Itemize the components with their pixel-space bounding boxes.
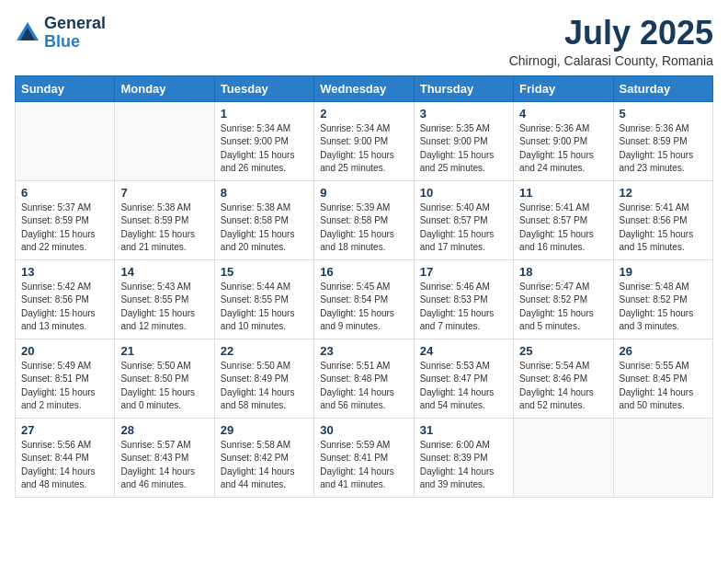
week-row-1: 1Sunrise: 5:34 AM Sunset: 9:00 PM Daylig…	[16, 101, 713, 180]
day-cell-3-3: 23Sunrise: 5:51 AM Sunset: 8:48 PM Dayli…	[314, 339, 414, 418]
logo-text: General Blue	[44, 15, 106, 52]
day-cell-0-4: 3Sunrise: 5:35 AM Sunset: 9:00 PM Daylig…	[414, 101, 513, 180]
day-cell-0-3: 2Sunrise: 5:34 AM Sunset: 9:00 PM Daylig…	[314, 101, 414, 180]
day-info: Sunrise: 5:43 AM Sunset: 8:55 PM Dayligh…	[120, 281, 208, 334]
day-number: 12	[620, 186, 707, 200]
day-cell-1-6: 12Sunrise: 5:41 AM Sunset: 8:56 PM Dayli…	[613, 180, 712, 259]
col-saturday: Saturday	[613, 75, 712, 101]
title-area: July 2025 Chirnogi, Calarasi County, Rom…	[509, 15, 713, 68]
day-number: 4	[519, 107, 607, 121]
day-number: 6	[21, 186, 108, 200]
day-number: 25	[519, 344, 607, 358]
day-cell-2-4: 17Sunrise: 5:46 AM Sunset: 8:53 PM Dayli…	[414, 259, 513, 339]
day-info: Sunrise: 5:38 AM Sunset: 8:59 PM Dayligh…	[120, 201, 208, 255]
day-cell-0-2: 1Sunrise: 5:34 AM Sunset: 9:00 PM Daylig…	[214, 101, 313, 180]
day-cell-4-5	[514, 418, 613, 497]
day-number: 18	[519, 265, 607, 279]
day-cell-1-1: 7Sunrise: 5:38 AM Sunset: 8:59 PM Daylig…	[115, 180, 214, 259]
day-cell-3-5: 25Sunrise: 5:54 AM Sunset: 8:46 PM Dayli…	[514, 339, 613, 418]
day-info: Sunrise: 5:53 AM Sunset: 8:47 PM Dayligh…	[420, 360, 507, 413]
day-info: Sunrise: 5:49 AM Sunset: 8:51 PM Dayligh…	[21, 360, 108, 413]
week-row-2: 6Sunrise: 5:37 AM Sunset: 8:59 PM Daylig…	[16, 180, 713, 259]
day-info: Sunrise: 5:50 AM Sunset: 8:50 PM Dayligh…	[120, 360, 208, 413]
calendar-table: Sunday Monday Tuesday Wednesday Thursday…	[15, 75, 713, 498]
day-info: Sunrise: 5:56 AM Sunset: 8:44 PM Dayligh…	[21, 439, 108, 492]
day-info: Sunrise: 5:34 AM Sunset: 9:00 PM Dayligh…	[320, 122, 407, 176]
day-cell-4-1: 28Sunrise: 5:57 AM Sunset: 8:43 PM Dayli…	[115, 418, 214, 497]
day-number: 14	[120, 265, 208, 279]
day-number: 30	[320, 423, 407, 437]
day-cell-2-5: 18Sunrise: 5:47 AM Sunset: 8:52 PM Dayli…	[514, 259, 613, 339]
day-info: Sunrise: 5:42 AM Sunset: 8:56 PM Dayligh…	[21, 281, 108, 334]
logo-general: General	[44, 14, 106, 32]
day-cell-0-1	[115, 101, 214, 180]
col-thursday: Thursday	[414, 75, 513, 101]
day-cell-1-4: 10Sunrise: 5:40 AM Sunset: 8:57 PM Dayli…	[414, 180, 513, 259]
day-info: Sunrise: 5:39 AM Sunset: 8:58 PM Dayligh…	[320, 201, 407, 255]
day-cell-0-6: 5Sunrise: 5:36 AM Sunset: 8:59 PM Daylig…	[613, 101, 712, 180]
day-number: 24	[420, 344, 507, 358]
day-cell-4-3: 30Sunrise: 5:59 AM Sunset: 8:41 PM Dayli…	[314, 418, 414, 497]
col-wednesday: Wednesday	[314, 75, 414, 101]
day-cell-2-2: 15Sunrise: 5:44 AM Sunset: 8:55 PM Dayli…	[214, 259, 313, 339]
day-number: 31	[420, 423, 507, 437]
day-number: 15	[221, 265, 308, 279]
day-cell-1-3: 9Sunrise: 5:39 AM Sunset: 8:58 PM Daylig…	[314, 180, 414, 259]
week-row-5: 27Sunrise: 5:56 AM Sunset: 8:44 PM Dayli…	[16, 418, 713, 497]
logo-blue: Blue	[44, 32, 80, 51]
day-info: Sunrise: 5:45 AM Sunset: 8:54 PM Dayligh…	[320, 281, 407, 334]
logo: General Blue	[15, 15, 106, 52]
day-cell-2-6: 19Sunrise: 5:48 AM Sunset: 8:52 PM Dayli…	[613, 259, 712, 339]
day-number: 7	[120, 186, 208, 200]
day-cell-1-5: 11Sunrise: 5:41 AM Sunset: 8:57 PM Dayli…	[514, 180, 613, 259]
week-row-4: 20Sunrise: 5:49 AM Sunset: 8:51 PM Dayli…	[16, 339, 713, 418]
day-cell-4-0: 27Sunrise: 5:56 AM Sunset: 8:44 PM Dayli…	[16, 418, 115, 497]
day-cell-3-0: 20Sunrise: 5:49 AM Sunset: 8:51 PM Dayli…	[16, 339, 115, 418]
logo-icon	[15, 20, 40, 46]
day-info: Sunrise: 6:00 AM Sunset: 8:39 PM Dayligh…	[420, 439, 507, 492]
day-number: 13	[21, 265, 108, 279]
day-number: 2	[320, 107, 407, 121]
day-number: 1	[221, 107, 308, 121]
header: General Blue July 2025 Chirnogi, Calaras…	[15, 15, 713, 68]
day-info: Sunrise: 5:54 AM Sunset: 8:46 PM Dayligh…	[519, 360, 607, 413]
day-info: Sunrise: 5:34 AM Sunset: 9:00 PM Dayligh…	[221, 122, 308, 176]
day-cell-3-1: 21Sunrise: 5:50 AM Sunset: 8:50 PM Dayli…	[115, 339, 214, 418]
day-info: Sunrise: 5:46 AM Sunset: 8:53 PM Dayligh…	[420, 281, 507, 334]
day-info: Sunrise: 5:44 AM Sunset: 8:55 PM Dayligh…	[221, 281, 308, 334]
location-title: Chirnogi, Calarasi County, Romania	[509, 53, 713, 68]
day-info: Sunrise: 5:55 AM Sunset: 8:45 PM Dayligh…	[620, 360, 707, 413]
col-tuesday: Tuesday	[214, 75, 313, 101]
day-number: 9	[320, 186, 407, 200]
day-cell-1-2: 8Sunrise: 5:38 AM Sunset: 8:58 PM Daylig…	[214, 180, 313, 259]
day-info: Sunrise: 5:59 AM Sunset: 8:41 PM Dayligh…	[320, 439, 407, 492]
day-number: 22	[221, 344, 308, 358]
col-sunday: Sunday	[16, 75, 115, 101]
day-number: 11	[519, 186, 607, 200]
day-cell-0-5: 4Sunrise: 5:36 AM Sunset: 9:00 PM Daylig…	[514, 101, 613, 180]
day-number: 23	[320, 344, 407, 358]
day-info: Sunrise: 5:58 AM Sunset: 8:42 PM Dayligh…	[221, 439, 308, 492]
day-info: Sunrise: 5:35 AM Sunset: 9:00 PM Dayligh…	[420, 122, 507, 176]
day-info: Sunrise: 5:38 AM Sunset: 8:58 PM Dayligh…	[221, 201, 308, 255]
day-number: 8	[221, 186, 308, 200]
day-cell-3-6: 26Sunrise: 5:55 AM Sunset: 8:45 PM Dayli…	[613, 339, 712, 418]
day-number: 10	[420, 186, 507, 200]
day-number: 5	[620, 107, 707, 121]
day-info: Sunrise: 5:36 AM Sunset: 9:00 PM Dayligh…	[519, 122, 607, 176]
col-friday: Friday	[514, 75, 613, 101]
day-cell-1-0: 6Sunrise: 5:37 AM Sunset: 8:59 PM Daylig…	[16, 180, 115, 259]
day-cell-2-0: 13Sunrise: 5:42 AM Sunset: 8:56 PM Dayli…	[16, 259, 115, 339]
header-row: Sunday Monday Tuesday Wednesday Thursday…	[16, 75, 713, 101]
day-number: 27	[21, 423, 108, 437]
day-info: Sunrise: 5:47 AM Sunset: 8:52 PM Dayligh…	[519, 281, 607, 334]
day-number: 28	[120, 423, 208, 437]
day-info: Sunrise: 5:36 AM Sunset: 8:59 PM Dayligh…	[620, 122, 707, 176]
day-cell-0-0	[16, 101, 115, 180]
day-cell-2-3: 16Sunrise: 5:45 AM Sunset: 8:54 PM Dayli…	[314, 259, 414, 339]
day-info: Sunrise: 5:48 AM Sunset: 8:52 PM Dayligh…	[620, 281, 707, 334]
day-cell-4-4: 31Sunrise: 6:00 AM Sunset: 8:39 PM Dayli…	[414, 418, 513, 497]
day-info: Sunrise: 5:51 AM Sunset: 8:48 PM Dayligh…	[320, 360, 407, 413]
day-cell-2-1: 14Sunrise: 5:43 AM Sunset: 8:55 PM Dayli…	[115, 259, 214, 339]
day-info: Sunrise: 5:40 AM Sunset: 8:57 PM Dayligh…	[420, 201, 507, 255]
